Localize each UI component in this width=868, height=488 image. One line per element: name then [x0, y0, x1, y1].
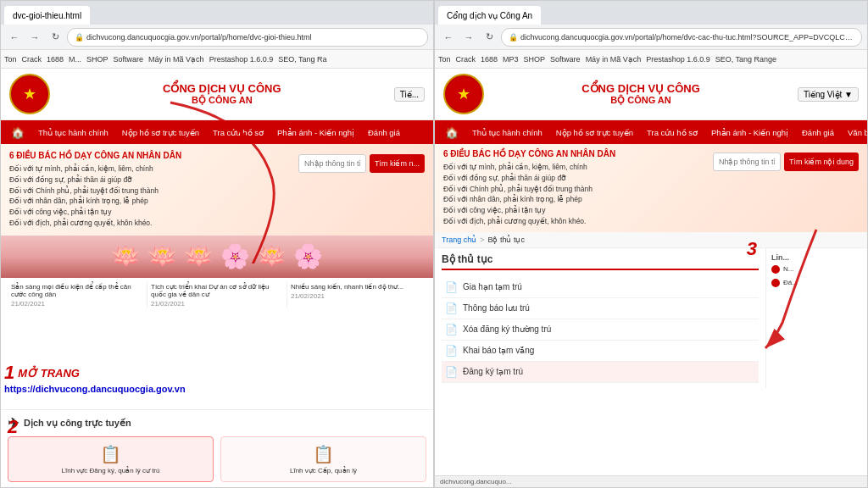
left-service-card-1[interactable]: 📋 Lĩnh vực Đăng ký, quản lý cư trú [8, 436, 214, 482]
left-nav-nop-ho-so[interactable]: Nộp hồ sơ trực tuyến [115, 120, 206, 144]
bm-crack[interactable]: Crack [22, 55, 42, 64]
annotation-3-number-container: 3 [747, 238, 757, 260]
right-logo: ★ [443, 74, 484, 114]
right-site-header: ★ CỔNG DỊCH VỤ CÔNG BỘ CÔNG AN Tiếng Việ… [435, 69, 867, 120]
thu-tuc-label-1: Gia hạn tạm trú [463, 282, 522, 291]
left-news-3-text: Nhiều sáng kiến, nhanh tiến độ thư... [291, 283, 423, 291]
thu-tuc-icon-4: 📄 [445, 345, 458, 357]
left-bookmarks: Ton Crack 1688 M... SHOP Software Máy in… [1, 50, 433, 69]
right-bm-1688[interactable]: 1688 [481, 55, 498, 64]
radio-1[interactable] [771, 265, 780, 274]
bm-seo[interactable]: SEO, Tang Ra [278, 55, 326, 64]
right-nav-thu-tuc[interactable]: Thủ tục hành chính [465, 120, 549, 144]
right-hero-line4: Đối với nhân dân, phải kính trọng, lễ ph… [443, 194, 704, 205]
bm-ton[interactable]: Ton [4, 55, 17, 64]
left-service-card-2[interactable]: 📋 Lĩnh vực Cấp, quản lý [220, 436, 426, 482]
left-nav-danh-gia[interactable]: Đánh giá [361, 120, 407, 144]
left-address-bar[interactable]: 🔒 dichvucong.dancuquocgia.gov.vn/portal/… [67, 28, 428, 47]
left-nav-home[interactable]: 🏠 [4, 120, 31, 144]
bm-mayin[interactable]: Máy in Mã Vạch [148, 55, 204, 64]
sidebar-opt-1[interactable]: N... [771, 265, 862, 274]
left-active-tab[interactable]: dvc-gioi-thieu.html [4, 6, 90, 25]
bm-presta[interactable]: Prestashop 1.6.0.9 [209, 55, 274, 64]
thu-tuc-list: Bộ thủ tục 📄 Gia hạn tạm trú 📄 Thông báo… [435, 248, 765, 388]
thu-tuc-item-5[interactable]: 📄 Đăng ký tạm trú [442, 362, 759, 383]
right-bm-shop[interactable]: SHOP [524, 55, 546, 64]
right-refresh-btn[interactable]: ↻ [481, 29, 498, 46]
left-browser: dvc-gioi-thieu.html ← → ↻ 🔒 dichvucong.d… [0, 0, 434, 488]
right-hero-line6: Đối với địch, phải cương quyết, khôn khé… [443, 216, 704, 227]
thu-tuc-item-3[interactable]: 📄 Xóa đăng ký thường trú [442, 319, 759, 341]
right-url: dichvucong.dancuquocgia.gov.vn/portal/p/… [520, 33, 854, 42]
lotus3: 🪷 [184, 242, 214, 270]
left-news-3[interactable]: Nhiều sáng kiến, nhanh tiến độ thư... 21… [287, 283, 426, 308]
right-nav-phan-anh[interactable]: Phản ánh - Kiến nghị [704, 120, 795, 144]
back-btn[interactable]: ← [6, 29, 23, 46]
right-bm-ton[interactable]: Ton [438, 55, 451, 64]
service-icon-1: 📋 [12, 444, 209, 464]
thu-tuc-item-1[interactable]: 📄 Gia hạn tạm trú [442, 277, 759, 298]
right-back-btn[interactable]: ← [440, 29, 457, 46]
right-hero-text: 6 ĐIỀU BÁC HỒ DẠY CÔNG AN NHÂN DÂN Đối v… [443, 149, 704, 227]
thu-tuc-item-4[interactable]: 📄 Khai báo tạm vắng [442, 341, 759, 362]
left-nav-phan-anh[interactable]: Phản ánh - Kiến nghị [270, 120, 361, 144]
right-nav-nop[interactable]: Nộp hồ sơ trực tuyến [549, 120, 640, 144]
left-search-row: Tìm kiếm n... [298, 154, 425, 173]
radio-2[interactable] [771, 279, 780, 287]
sidebar-opt-label-1: N... [783, 265, 793, 273]
left-hero: 6 ĐIỀU BÁC HỒ DẠY CÔNG AN NHÂN DÂN Đối v… [1, 144, 433, 236]
sidebar-opt-2[interactable]: Đá... [771, 279, 862, 287]
right-browser: Cổng dịch vụ Công An ← → ↻ 🔒 dichvucong.… [434, 0, 868, 488]
service-label-2: Lĩnh vực Cấp, quản lý [225, 467, 422, 474]
left-nav-bar: 🏠 Thủ tục hành chính Nộp hồ sơ trực tuyế… [1, 120, 433, 144]
bm-shop[interactable]: SHOP [86, 55, 108, 64]
left-search-input[interactable] [298, 154, 366, 173]
annotation-1-number: 1 [4, 362, 14, 384]
forward-btn[interactable]: → [26, 29, 43, 46]
left-news-1-date: 21/02/2021 [11, 300, 143, 308]
left-news-2-date: 21/02/2021 [151, 300, 283, 308]
left-search-area: Tìm kiếm n... [298, 151, 425, 229]
breadcrumb-current: Bộ thủ tục [487, 236, 525, 244]
right-bm-presta[interactable]: Prestashop 1.6.0.9 [646, 55, 710, 64]
sidebar-opt-label-2: Đá... [783, 279, 798, 286]
right-nav-van-ban[interactable]: Văn bả... [841, 120, 867, 144]
left-services-grid: 📋 Lĩnh vực Đăng ký, quản lý cư trú 📋 Lĩn… [8, 436, 426, 482]
right-active-tab[interactable]: Cổng dịch vụ Công An [438, 6, 541, 25]
left-nav-thu-tuc[interactable]: Thủ tục hành chính [31, 120, 115, 144]
left-logo: ★ [9, 74, 50, 114]
left-hero-line2: Đối với đồng sự, phải thân ái giúp đỡ [9, 175, 290, 186]
left-lang-btn[interactable]: Tiế... [394, 87, 425, 102]
right-title-main: CỔNG DỊCH VỤ CÔNG [491, 82, 791, 95]
right-nav-tra-cuu[interactable]: Tra cứu hồ sơ [640, 120, 704, 144]
right-bm-crack[interactable]: Crack [456, 55, 476, 64]
right-search-btn[interactable]: Tìm kiếm nội dung [784, 152, 859, 171]
left-news-2[interactable]: Tích cực triển khai Dự án cơ sở dữ liệu … [147, 283, 287, 308]
right-nav-danh-gia[interactable]: Đánh giá [795, 120, 841, 144]
left-news-1[interactable]: Sản sàng mọi điều kiện để cấp thẻ căn cư… [8, 283, 147, 308]
right-search-input[interactable] [713, 152, 781, 171]
bm-m[interactable]: M... [69, 55, 81, 64]
bottom-url-bar: dichvucong.dancuquo... [435, 475, 867, 487]
right-nav-home[interactable]: 🏠 [438, 120, 465, 144]
left-lotus-banner: 🪷 🪷 🪷 🌸 🪷 🌸 [1, 236, 433, 278]
breadcrumb-home[interactable]: Trang chủ [442, 236, 476, 244]
left-nav-tra-cuu[interactable]: Tra cứu hồ sơ [206, 120, 270, 144]
right-lang-btn[interactable]: Tiếng Việt ▼ [798, 87, 859, 102]
thu-tuc-item-2[interactable]: 📄 Thông báo lưu trú [442, 298, 759, 319]
right-bm-mp3[interactable]: MP3 [503, 55, 519, 64]
right-tabs: Cổng dịch vụ Công An [435, 1, 867, 25]
bm-software[interactable]: Software [114, 55, 144, 64]
right-forward-btn[interactable]: → [460, 29, 477, 46]
left-site-header: ★ CỔNG DỊCH VỤ CÔNG BỘ CÔNG AN Tiế... [1, 69, 433, 120]
right-bm-mayin[interactable]: Máy in Mã Vạch [586, 55, 642, 64]
bm-1688[interactable]: 1688 [47, 55, 64, 64]
thu-tuc-icon-2: 📄 [445, 302, 458, 314]
left-toolbar: ← → ↻ 🔒 dichvucong.dancuquocgia.gov.vn/p… [1, 25, 433, 50]
refresh-btn[interactable]: ↻ [47, 29, 64, 46]
left-search-btn[interactable]: Tìm kiếm n... [370, 154, 425, 173]
right-bm-software[interactable]: Software [550, 55, 581, 64]
right-bm-seo[interactable]: SEO, Tang Range [715, 55, 776, 64]
lotus1: 🪷 [111, 242, 141, 270]
right-address-bar[interactable]: 🔒 dichvucong.dancuquocgia.gov.vn/portal/… [501, 28, 862, 47]
